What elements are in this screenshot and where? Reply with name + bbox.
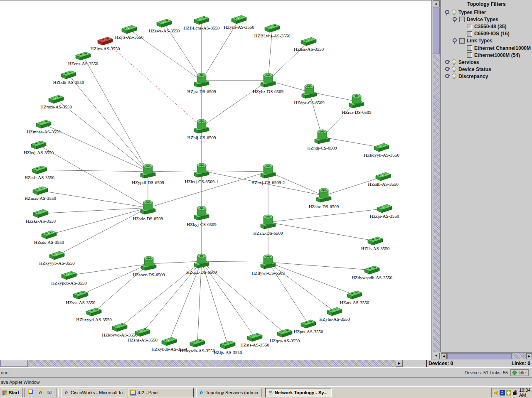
tree-item-ethernet1000m-54-[interactable]: Ethernet1000M (54)	[467, 52, 520, 58]
topology-node-sws[interactable]: HZsws-AS-3550	[149, 19, 180, 33]
scroll-down-arrow-icon[interactable]: ▼	[433, 353, 440, 359]
topology-node-bxyyd[interactable]: HZbxyyd-AS-3550	[76, 308, 112, 322]
checkbox[interactable]	[467, 45, 472, 51]
topology-node-sozz[interactable]: HZsozz-DS-6509	[133, 256, 165, 277]
tree-item-types-filter[interactable]: Types Filter	[444, 9, 486, 15]
tree-item-services[interactable]: Services	[444, 59, 479, 65]
panel-horizontal-scrollbar[interactable]: ◀ ▶	[441, 352, 532, 360]
topology-node-cns[interactable]: HZcns-AS-3550	[68, 52, 99, 66]
topology-node-yns[interactable]: HZyns-AS-3550	[224, 15, 254, 29]
topology-link[interactable]	[69, 75, 148, 172]
quicklaunch-ie-icon[interactable]: e	[37, 389, 44, 396]
topology-link[interactable]	[39, 170, 148, 172]
topology-link[interactable]	[40, 191, 148, 208]
checkbox[interactable]	[467, 24, 472, 29]
topology-node-ssb[interactable]: HZssb-AS-3550	[25, 166, 55, 180]
scroll-up-arrow-icon[interactable]: ▲	[433, 0, 440, 7]
topology-node-jts[interactable]: HZjts-AS-3550	[115, 25, 144, 39]
tree-item-device-status[interactable]: Device Status	[444, 66, 491, 73]
topology-link[interactable]	[268, 222, 375, 241]
topology-node-BLyhs[interactable]: HZBLyhs-AS-3550	[254, 24, 291, 38]
topology-link[interactable]	[81, 264, 149, 295]
topology-node-BLcns[interactable]: HZBLcns-AS-3550	[184, 16, 220, 30]
topology-node-rsz[interactable]: HZrsz-DS-6509	[342, 94, 372, 115]
taskbar-task-network-topology-sy-[interactable]: ☕Network Topology - Sy...	[265, 388, 332, 397]
topology-link[interactable]	[268, 262, 372, 270]
topology-link[interactable]	[83, 56, 148, 172]
topology-node-blj[interactable]: HZblj-CS-6509	[187, 119, 216, 140]
topology-node-dpz[interactable]: HZdpz-CS-6509	[294, 84, 325, 105]
tree-item-discrepancy[interactable]: Discrepancy	[444, 74, 488, 80]
expand-handle-icon[interactable]	[444, 74, 450, 79]
agent-tray-icon[interactable]	[512, 390, 517, 396]
topology-map-canvas[interactable]: HZjts-AS-3550HZsws-AS-3550HZBLcns-AS-355…	[0, 0, 431, 360]
topology-node-sss[interactable]: HZsss-AS-3550	[66, 291, 96, 305]
topology-node-bdb[interactable]: HZbdb-AS-3550	[53, 71, 84, 85]
topology-node-kysdb[interactable]: HZkysdb-AS-3550	[180, 339, 215, 353]
topology-link[interactable]	[202, 261, 268, 262]
topology-node-cjs[interactable]: HZcjs-AS-3550	[370, 204, 399, 219]
topology-node-mzs[interactable]: HZmzs-AS-3550	[40, 95, 72, 109]
network-tray-icon[interactable]	[500, 390, 505, 396]
tree-item-c6509-ios-16-[interactable]: C6509-IOS (16)	[467, 31, 510, 37]
topology-link[interactable]	[268, 262, 335, 312]
scrollbar-track[interactable]	[433, 7, 440, 352]
expand-handle-icon[interactable]	[444, 66, 450, 72]
quicklaunch-outlook-icon[interactable]: ✉	[46, 389, 53, 396]
topology-node-hdj[interactable]: HZhdj-CS-6509	[307, 130, 337, 150]
topology-node-sds[interactable]: HZsds-AS-3550	[34, 231, 64, 245]
topology-node-qcz[interactable]: HZqcz-DS-6509	[186, 254, 217, 275]
scroll-right-arrow-icon[interactable]: ▶	[526, 353, 532, 359]
checkbox[interactable]	[459, 38, 465, 44]
topology-node-pts[interactable]: HZpts-AS-3550	[294, 320, 323, 334]
volume-icon[interactable]	[493, 390, 499, 396]
topology-node-zlz[interactable]: HZzlz-DS-6509	[254, 215, 283, 236]
topology-link[interactable]	[94, 264, 149, 312]
topology-link[interactable]	[148, 171, 202, 172]
expand-handle-icon[interactable]	[444, 59, 450, 65]
topology-link[interactable]	[268, 262, 355, 295]
topology-node-ats[interactable]: HZats-AS-3550	[340, 291, 369, 305]
topology-node-hxj2[interactable]: HZhxj-CS-6509-2	[251, 164, 285, 185]
quicklaunch-desktop-icon[interactable]	[27, 389, 34, 396]
taskbar-task-4-2-paint[interactable]: 4-2 - Paint	[128, 388, 194, 397]
checkbox[interactable]	[467, 31, 472, 37]
topology-link[interactable]	[268, 209, 384, 222]
topology-node-mnas[interactable]: HZmnas-AS-3550	[27, 120, 61, 134]
topology-link[interactable]	[56, 99, 148, 172]
topology-node-hxj1[interactable]: HZhxj-CS-6509-1	[185, 163, 219, 184]
checkbox[interactable]	[459, 17, 465, 22]
topology-node-bxj[interactable]: HZbxj-AS-3550	[24, 141, 54, 155]
scrollbar-thumb[interactable]	[433, 7, 440, 54]
display-tray-icon[interactable]	[506, 390, 511, 396]
collapse-handle-icon[interactable]	[444, 10, 450, 15]
topology-link[interactable]	[149, 261, 202, 264]
taskbar-task-ciscoworks-microsoft-in-[interactable]: eCiscoWorks - Microsoft In...	[61, 388, 125, 397]
tree-item-c3550-48-35-[interactable]: C3550-48 (35)	[467, 23, 506, 29]
topology-link[interactable]	[57, 208, 148, 256]
scrollbar-thumb[interactable]	[447, 353, 512, 359]
topology-node-ypdl[interactable]: HZypdl-DS-6509	[132, 164, 164, 185]
scrollbar-thumb[interactable]	[0, 360, 28, 367]
topology-node-dywj[interactable]: HZdywj-CS-6509	[251, 255, 285, 275]
scroll-left-arrow-icon[interactable]: ◀	[441, 353, 447, 359]
topology-node-kyyyb[interactable]: HZkyyyb-AS-3550	[39, 251, 75, 265]
map-vertical-scrollbar[interactable]: ▲ ▼	[431, 0, 440, 360]
scroll-right-arrow-icon[interactable]: ▶	[396, 360, 403, 367]
topology-link[interactable]	[41, 208, 148, 214]
topology-link[interactable]	[148, 172, 268, 208]
topology-node-hss[interactable]: HZhss-AS-3550	[294, 37, 324, 52]
tree-item-ethernet-channel1000m[interactable]: Ethernet Channel1000M	[467, 45, 531, 51]
topology-node-lls[interactable]: HZlls-AS-3550	[361, 237, 390, 251]
taskbar-task-topology-services-admin-[interactable]: eTopology Services (admin...	[196, 388, 261, 397]
topology-link[interactable]	[202, 81, 268, 127]
topology-node-sks[interactable]: HZsks-AS-3550	[26, 209, 56, 224]
topology-node-mas[interactable]: HZmas-AS-3550	[25, 187, 56, 201]
topology-node-ljs[interactable]: HZljs-AS-3550	[214, 341, 242, 355]
checkbox[interactable]	[467, 52, 472, 58]
topology-node-yhs[interactable]: HZyhs-AS-3550	[319, 307, 350, 322]
topology-link-alert[interactable]	[105, 41, 202, 127]
topology-node-kbyyd[interactable]: HZkbyyd-AS-3550	[102, 323, 138, 337]
topology-node-jtz[interactable]: HZjtz-DS-6509	[187, 73, 216, 94]
collapse-handle-icon[interactable]	[452, 17, 457, 22]
